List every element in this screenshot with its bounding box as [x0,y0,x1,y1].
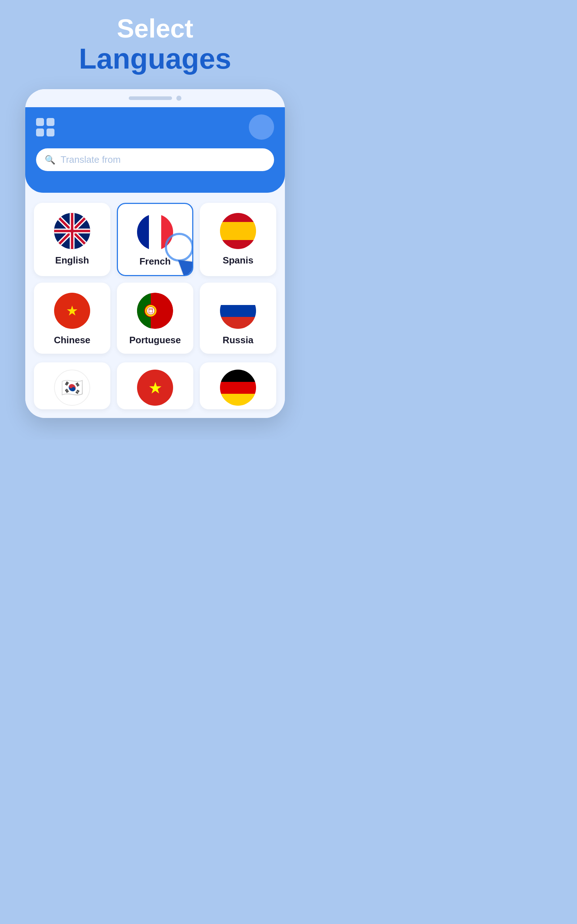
phone-notch [129,96,172,100]
chinese-label: Chinese [54,334,90,346]
grid-dot-4 [47,129,55,136]
language-card-german[interactable] [200,362,276,409]
page-title: Select Languages [79,15,231,75]
spanish-label: Spanis [222,255,253,266]
language-card-chinese[interactable]: ★ Chinese [34,283,110,354]
spanish-flag [220,213,256,249]
french-label: French [140,256,171,267]
vietnam-star: ★ [148,379,162,397]
cursor-pointer: ▶ [180,249,193,276]
language-card-korean[interactable]: 🇰🇷 [34,362,110,409]
phone-top-bar [25,89,285,107]
english-label: English [55,255,89,266]
language-card-portuguese[interactable]: Portuguese [117,283,193,354]
english-flag [54,213,90,249]
title-select: Select [79,15,231,43]
language-card-english[interactable]: English [34,203,110,276]
svg-rect-8 [54,230,90,233]
grid-dot-2 [47,118,55,126]
russian-label: Russia [222,334,253,346]
grid-icon[interactable] [36,118,55,136]
svg-rect-13 [149,309,153,313]
search-icon: 🔍 [45,155,56,165]
portuguese-flag [137,293,173,329]
header-top-row [36,115,274,140]
language-card-russian[interactable]: Russia [200,283,276,354]
grid-dot-3 [36,129,44,136]
korean-flag: 🇰🇷 [54,370,90,406]
search-placeholder-text: Translate from [61,154,121,165]
grid-dot-1 [36,118,44,126]
language-card-vietnamese[interactable]: ★ [117,362,193,409]
header-circle-button[interactable] [249,115,274,140]
russian-flag [220,293,256,329]
china-star: ★ [66,303,78,319]
search-bar[interactable]: 🔍 Translate from [36,149,274,171]
language-grid: English French ▶ Spanis [25,193,285,362]
french-flag [137,214,173,250]
partial-language-row: 🇰🇷 ★ [25,362,285,418]
phone-camera [176,96,181,101]
german-flag [220,370,256,406]
chinese-flag: ★ [54,293,90,329]
portuguese-label: Portuguese [129,334,181,346]
vietnamese-flag: ★ [137,370,173,406]
phone-frame: 🔍 Translate from English [25,89,285,418]
cursor-arrow-icon: ▶ [176,247,193,276]
phone-header: 🔍 Translate from [25,107,285,193]
title-languages: Languages [79,43,231,75]
language-card-spanish[interactable]: Spanis [200,203,276,276]
language-card-french[interactable]: French ▶ [117,203,193,276]
